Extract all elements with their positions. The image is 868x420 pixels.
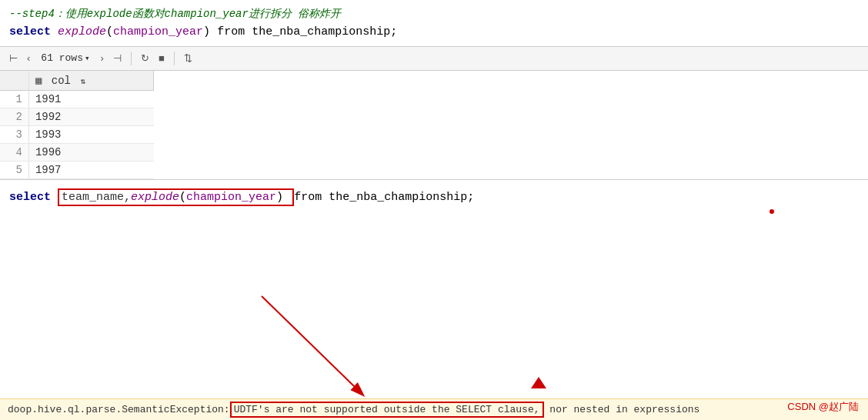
cell-1997: 1997 <box>28 161 153 178</box>
code-line-2: select team_name,explode(champion_year) … <box>9 191 859 204</box>
param-champion-year: champion_year <box>113 25 203 38</box>
toolbar-divider-2 <box>174 52 175 65</box>
first-page-button[interactable]: ⊢ <box>6 51 21 65</box>
paren-close: ) <box>203 25 210 38</box>
row-num-5: 5 <box>0 161 28 178</box>
table-row: 3 1993 <box>0 125 154 143</box>
export-button[interactable]: ⇅ <box>181 51 195 65</box>
toolbar-divider-1 <box>131 52 132 65</box>
last-page-button[interactable]: ⊣ <box>110 51 125 65</box>
row-num-header <box>0 71 28 91</box>
table-name-2: the_nba_championship; <box>329 191 474 204</box>
row-num-2: 2 <box>0 108 28 125</box>
from-keyword: from <box>217 25 245 38</box>
cell-1993: 1993 <box>28 125 153 143</box>
rows-count-text: 61 rows <box>41 52 83 64</box>
rows-dropdown-icon[interactable]: ▾ <box>85 53 90 63</box>
arrow-line <box>262 296 354 386</box>
csdn-watermark: CSDN @赵广陆 <box>787 400 859 414</box>
rows-count-display: 61 rows ▾ <box>36 52 94 64</box>
error-suffix: nor nested in expressions <box>544 404 700 415</box>
paren-close2: ) <box>276 191 283 204</box>
table-row: 4 1996 <box>0 143 154 161</box>
paren-open2: ( <box>179 191 186 204</box>
from-keyword-2: from <box>294 191 322 204</box>
table-row: 2 1992 <box>0 108 154 125</box>
next-page-button[interactable]: › <box>98 51 107 65</box>
page-container: --step4：使用explode函数对champion_year进行拆分 俗称… <box>0 0 868 420</box>
table-row: 5 1997 <box>0 161 154 178</box>
col-header: ▦ col ⇅ <box>28 71 153 91</box>
explode-function-2: explode <box>131 191 179 204</box>
code-section-bottom: select team_name,explode(champion_year) … <box>0 185 868 208</box>
prev-page-button[interactable]: ‹ <box>24 51 33 65</box>
col-header-text: col <box>52 75 71 87</box>
table-icon: ▦ <box>35 74 42 87</box>
results-table: ▦ col ⇅ 1 1991 2 1992 3 1993 <box>0 71 154 179</box>
comment-line: --step4：使用explode函数对champion_year进行拆分 俗称… <box>9 6 859 22</box>
red-dot <box>770 209 774 214</box>
cell-1992: 1992 <box>28 108 153 125</box>
error-prefix: doop.hive.ql.parse.SemanticException: <box>8 404 230 415</box>
stop-button[interactable]: ■ <box>155 51 168 65</box>
cell-1996: 1996 <box>28 143 153 161</box>
error-highlighted-text: UDTF's are not supported outside the SEL… <box>230 402 544 418</box>
row-num-4: 4 <box>0 143 28 161</box>
row-num-3: 3 <box>0 125 28 143</box>
results-toolbar: ⊢ ‹ 61 rows ▾ › ⊣ ↻ ■ ⇅ <box>0 46 868 71</box>
refresh-button[interactable]: ↻ <box>138 51 152 65</box>
explode-function: explode <box>58 25 106 38</box>
row-num-1: 1 <box>0 90 28 108</box>
table-name-1: the_nba_championship; <box>252 25 397 38</box>
code-section-top: --step4：使用explode函数对champion_year进行拆分 俗称… <box>0 0 868 46</box>
code-line-1: select explode(champion_year) from the_n… <box>9 24 859 42</box>
team-name-text: team_name, <box>62 191 131 204</box>
small-triangle <box>531 377 546 388</box>
paren-open: ( <box>106 25 113 38</box>
error-section: doop.hive.ql.parse.SemanticException:UDT… <box>0 398 868 420</box>
results-table-container: ▦ col ⇅ 1 1991 2 1992 3 1993 <box>0 71 868 180</box>
cell-1991: 1991 <box>28 90 153 108</box>
table-row: 1 1991 <box>0 90 154 108</box>
select-keyword-2: select <box>9 191 51 204</box>
select-keyword: select <box>9 25 51 38</box>
param-champion-year-2: champion_year <box>186 191 276 204</box>
highlighted-code-box: team_name,explode(champion_year) <box>58 188 294 206</box>
sort-icon[interactable]: ⇅ <box>80 77 85 86</box>
